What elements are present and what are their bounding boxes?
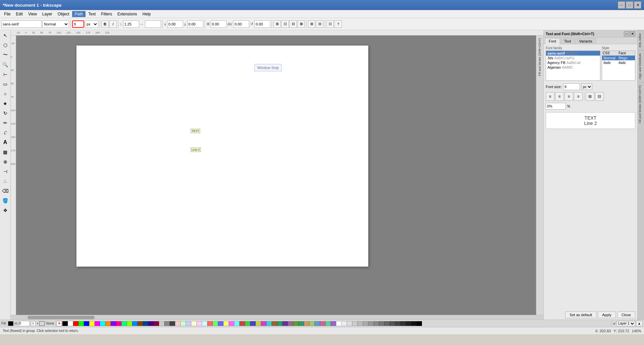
canvas-text-element-1[interactable]: TEXT [191,129,200,133]
toolbar-x-input[interactable] [167,20,183,28]
italic-button[interactable]: I [109,20,117,28]
toolbar-y-input[interactable] [187,20,203,28]
menu-file[interactable]: File [1,11,13,17]
color-swatch-aaaaaa[interactable] [363,321,368,326]
toolbar-rotation-input[interactable] [254,20,270,28]
color-swatch-00ff00[interactable] [78,321,84,326]
tab-font[interactable]: Font [545,38,560,44]
color-swatch-663399[interactable] [282,321,288,326]
color-swatch-cc9966[interactable] [304,321,309,326]
color-remove-btn[interactable]: ✕ [56,321,62,326]
toolbar-w-input[interactable] [123,20,139,28]
eyedropper-tool[interactable]: ⊕ [1,157,10,166]
color-swatch-ffccff[interactable] [197,321,202,326]
color-swatch-880044[interactable] [154,321,159,326]
color-swatch-dddddd[interactable] [347,321,352,326]
color-swatch-440088[interactable] [148,321,154,326]
align-center-btn[interactable]: ≡ [555,92,564,101]
color-swatch-cc4444[interactable] [239,321,245,326]
font-family-input[interactable] [1,20,42,28]
toolbar-spacing-input[interactable] [211,20,227,28]
color-swatch-cccccc[interactable] [159,321,164,326]
color-swatch-000000[interactable] [62,321,68,326]
canvas-text-element-2[interactable]: Line 2 [191,147,201,152]
close-panel-button[interactable]: Close [617,312,635,318]
color-swatch-00ff88[interactable] [121,321,127,326]
color-swatch-44cc44[interactable] [245,321,250,326]
font-list-item-sans-serif[interactable]: sans-serif AaBbCc [546,51,600,56]
panel-close-btn[interactable]: ✕ [630,31,635,37]
color-swatch-eeeeee[interactable] [341,321,347,326]
color-swatch-44cccc[interactable] [266,321,272,326]
color-swatch-66cc99[interactable] [325,321,331,326]
apply-button[interactable]: Apply [598,312,616,318]
color-swatch-888888[interactable] [374,321,379,326]
set-default-button[interactable]: Set as default [565,312,596,318]
color-swatch-ff6666[interactable] [207,321,213,326]
circle-tool[interactable]: ○ [1,89,10,98]
fill-swatch[interactable] [8,321,13,326]
layer-btn[interactable]: ▲ [636,321,643,326]
menu-layer[interactable]: Layer [40,11,55,17]
font-size-unit-panel[interactable]: px [581,83,592,90]
color-swatch-666666[interactable] [384,321,390,326]
h-scrollbar[interactable] [11,315,543,320]
color-swatch-ff66ff[interactable] [229,321,234,326]
color-swatch-88ff00[interactable] [127,321,132,326]
gradient-tool[interactable]: ▦ [1,147,10,157]
spray-tool[interactable]: ∴ [1,177,10,186]
connector-tool[interactable]: ⊣ [1,167,10,176]
color-swatch-ffffff[interactable] [68,321,73,326]
color-swatch-888888[interactable] [164,321,170,326]
color-swatch-555555[interactable] [390,321,395,326]
tab-variants[interactable]: Variants [575,38,596,44]
line-spacing-input[interactable] [546,103,566,110]
color-swatch-4444cc[interactable] [250,321,256,326]
font-size-input-toolbar[interactable] [72,20,84,28]
toolbar-align-right[interactable]: ⊟ [289,20,297,28]
color-swatch-669933[interactable] [293,321,299,326]
color-swatch-333333[interactable] [400,321,406,326]
stroke-swatch[interactable] [39,321,45,326]
color-swatch-222222[interactable] [406,321,411,326]
toolbar-subsuper[interactable]: ⊡ [326,20,334,28]
color-swatch-cccc44[interactable] [256,321,261,326]
text-dir-rtl[interactable]: ⊟ [595,92,604,101]
color-swatch-444444[interactable] [170,321,175,326]
color-swatch-cccccc[interactable] [352,321,358,326]
toolbar-align-left[interactable]: ⊞ [273,20,281,28]
h-scroll-thumb[interactable] [28,316,95,319]
color-swatch-339966[interactable] [277,321,282,326]
text-tool[interactable]: A [1,138,10,147]
toolbar-kerning-input[interactable] [233,20,249,28]
menu-path[interactable]: Path [72,11,86,17]
color-swatch-884400[interactable] [138,321,143,326]
color-swatch-66ffff[interactable] [234,321,239,326]
color-swatch-ff0000[interactable] [73,321,78,326]
font-list-item-agency-fb[interactable]: Agency FB AaBbCall [546,60,600,65]
font-list-item-3ds[interactable]: 3ds AaBbCcIpPQ [546,56,600,60]
color-swatch-000000[interactable] [417,321,422,326]
align-left-btn[interactable]: ≡ [546,92,554,101]
color-swatch-00ffff[interactable] [100,321,105,326]
eraser-tool[interactable]: ⌫ [1,186,10,196]
color-swatch-996633[interactable] [272,321,277,326]
minimize-button[interactable]: ─ [618,1,625,9]
vtab-fill[interactable]: Fill and Stroke (Shift+Ctrl+F) [638,82,644,126]
style-list[interactable]: CSS Face NormalRegu ItalicItalic [602,51,635,81]
toolbar-h-input[interactable] [145,20,161,28]
color-swatch-ff8800[interactable] [105,321,111,326]
color-swatch-99cc66[interactable] [309,321,315,326]
color-swatch-111111[interactable] [411,321,417,326]
zoom-tool[interactable]: 🔍 [1,60,10,69]
color-swatch-ccffff[interactable] [202,321,207,326]
menu-object[interactable]: Object [55,11,72,17]
color-swatch-0088ff[interactable] [132,321,138,326]
vtab-xml[interactable]: XML editor [638,30,644,50]
menu-filters[interactable]: Filters [98,11,115,17]
node-tool[interactable]: ⬡ [1,41,10,50]
tweak-tool[interactable]: 〜 [1,50,10,60]
color-swatch-ffffff[interactable] [336,321,341,326]
color-swatch-bbbbbb[interactable] [358,321,363,326]
move-tool[interactable]: ✥ [1,206,10,215]
